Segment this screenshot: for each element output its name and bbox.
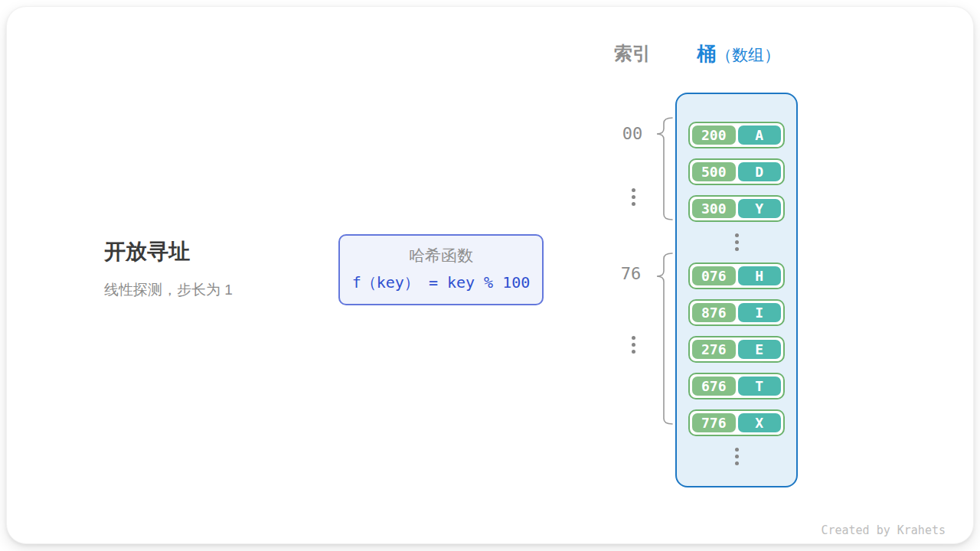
bucket-entry: 776 X [688, 409, 785, 436]
entry-value: D [738, 162, 782, 181]
entry-value: A [738, 126, 782, 145]
diagram-card: 开放寻址 线性探测，步长为 1 哈希函数 f（key） = key % 100 … [6, 6, 974, 544]
ellipsis-icon [735, 446, 739, 467]
entry-value: E [738, 340, 782, 359]
bucket-entry: 300 Y [688, 195, 785, 222]
hash-function-title: 哈希函数 [340, 246, 542, 266]
bucket-entry: 500 D [688, 158, 785, 185]
entry-key: 676 [692, 377, 736, 396]
entry-key: 500 [692, 162, 736, 181]
hash-function-formula: f（key） = key % 100 [340, 272, 542, 292]
bucket-entry: 676 T [688, 373, 785, 399]
entry-value: I [738, 303, 782, 322]
brace-icon [654, 252, 675, 426]
index-label-76: 76 [616, 265, 646, 283]
bucket-entry: 276 E [688, 336, 785, 363]
entry-value: X [738, 413, 782, 432]
entry-key: 276 [692, 340, 736, 359]
ellipsis-icon [629, 336, 637, 354]
entry-key: 300 [692, 199, 736, 218]
page-title: 开放寻址 [104, 239, 233, 265]
index-column-header: 索引 [602, 41, 663, 66]
bucket-entry: 076 H [688, 262, 785, 289]
bucket-label-suffix: （数组） [716, 46, 780, 64]
brace-icon [654, 116, 675, 223]
bucket-entry: 876 I [688, 299, 785, 326]
entry-value: Y [738, 199, 782, 218]
bucket-array: 200 A 500 D 300 Y 076 H 876 I 276 E 676 … [675, 93, 798, 487]
bucket-column-header: 桶（数组） [675, 41, 802, 67]
entry-key: 776 [692, 413, 736, 432]
entry-key: 076 [692, 266, 736, 285]
entry-key: 876 [692, 303, 736, 322]
hash-function-box: 哈希函数 f（key） = key % 100 [338, 234, 544, 305]
page-subtitle: 线性探测，步长为 1 [104, 281, 233, 299]
bucket-label: 桶 [697, 43, 716, 64]
entry-value: H [738, 266, 782, 285]
ellipsis-icon [735, 232, 739, 253]
entry-key: 200 [692, 126, 736, 145]
credit-text: Created by Krahets [821, 523, 946, 537]
ellipsis-icon [629, 188, 637, 206]
index-label-00: 00 [617, 125, 648, 143]
bucket-entry: 200 A [688, 122, 785, 148]
entry-value: T [738, 377, 782, 396]
left-text-block: 开放寻址 线性探测，步长为 1 [104, 239, 233, 299]
